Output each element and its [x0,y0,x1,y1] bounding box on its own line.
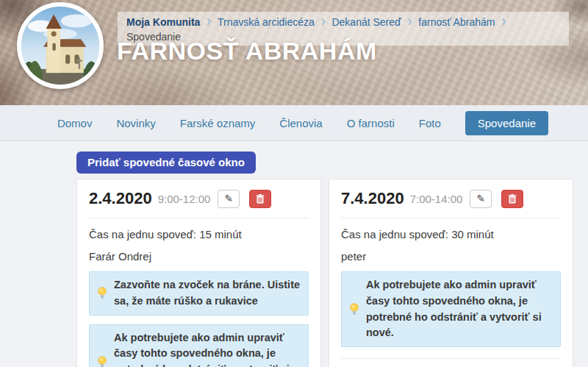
trash-icon [508,194,517,204]
confession-duration: Čas na jednu spoveď: 15 minút [89,228,309,240]
lightbulb-icon [97,356,107,367]
note-box: Ak potrebujete ako admin upraviť časy to… [341,271,561,347]
nav-item-foto[interactable]: Foto [419,117,441,129]
chevron-right-icon: › [321,14,326,29]
content-area: Pridať spovedné časové okno 2.4.2020 9:0… [0,141,588,367]
nav-item-novinky[interactable]: Novinky [116,117,155,129]
note-box: Zazvoňte na zvoček na bráne. Uistite sa,… [89,271,309,316]
edit-button[interactable]: ✎ [470,190,492,208]
page-title: FARNOSŤ ABRAHÁM [117,37,377,65]
nav-item-spovedanie-active[interactable]: Spovedanie [465,111,548,135]
nav-item-domov[interactable]: Domov [57,117,93,129]
pencil-icon: ✎ [477,193,486,204]
lightbulb-icon [97,287,107,299]
note-text: Ak potrebujete ako admin upraviť časy to… [366,277,553,341]
divider [341,358,561,359]
pencil-icon: ✎ [225,193,234,204]
note-text: Zazvoňte na zvoček na bráne. Uistite sa,… [114,277,301,310]
confessor-name: peter [341,250,561,263]
card-header: 7.4.2020 7:00-14:00 ✎ [341,189,561,218]
trash-icon [256,194,265,204]
delete-button[interactable] [501,190,523,208]
lightbulb-icon [349,303,359,316]
card-date: 2.4.2020 [89,189,152,208]
add-confession-window-button[interactable]: Pridať spovedné časové okno [76,152,256,174]
confession-card-2: 7.4.2020 7:00-14:00 ✎ Čas na jednu spove… [329,179,573,367]
card-time-range: 7:00-14:00 [410,193,463,205]
nav-item-farske-oznamy[interactable]: Farské oznamy [180,117,256,129]
note-box: Ak potrebujete ako admin upraviť časy to… [89,324,309,367]
confessor-name: Farár Ondrej [89,250,309,263]
card-date: 7.4.2020 [341,189,404,208]
chevron-right-icon: › [207,14,211,29]
confession-cards: 2.4.2020 9:00-12:00 ✎ Čas na jednu spove… [76,179,573,367]
card-time-range: 9:00-12:00 [158,193,211,205]
confession-card-1: 2.4.2020 9:00-12:00 ✎ Čas na jednu spove… [76,179,321,367]
delete-button[interactable] [249,190,271,208]
edit-button[interactable]: ✎ [218,190,240,208]
community-logo[interactable] [17,2,104,89]
main-nav: Domov Novinky Farské oznamy Členovia O f… [0,105,588,141]
breadcrumb-item-dekanat[interactable]: Dekanát Sereď [331,16,401,28]
page-header: Moja Komunita › Trnavská arcidiecéza › D… [0,0,588,105]
nav-item-o-farnosti[interactable]: O farnosti [347,117,395,129]
nav-item-clenovia[interactable]: Členovia [279,117,322,129]
church-photo-icon [21,7,99,85]
note-text: Ak potrebujete ako admin upraviť časy to… [114,330,301,367]
confession-duration: Čas na jednu spoveď: 30 minút [341,228,561,240]
breadcrumb-item-arcidieceza[interactable]: Trnavská arcidiecéza [218,16,315,28]
card-header: 2.4.2020 9:00-12:00 ✎ [89,189,309,218]
chevron-right-icon: › [501,14,506,29]
chevron-right-icon: › [408,14,412,29]
breadcrumb-item-moja-komunita[interactable]: Moja Komunita [126,16,200,28]
breadcrumb-item-farnost[interactable]: farnosť Abrahám [418,16,495,28]
